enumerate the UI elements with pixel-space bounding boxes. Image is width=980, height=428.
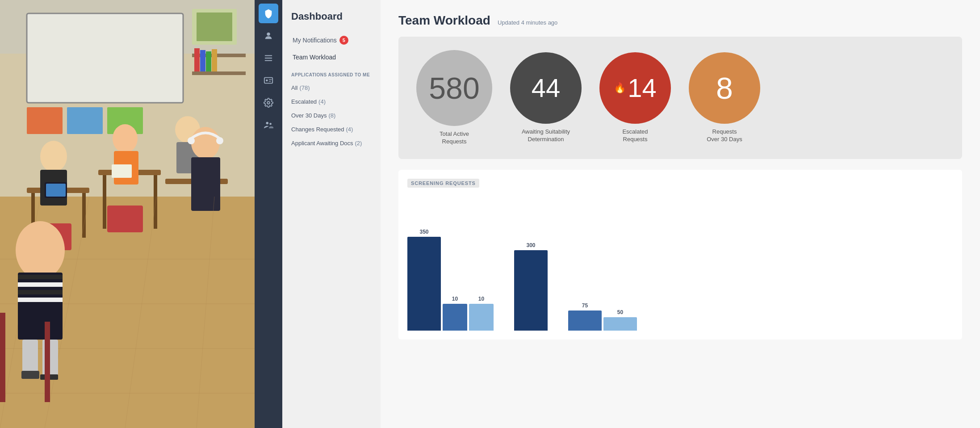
stat-over30: 8 RequestsOver 30 Days	[689, 52, 760, 143]
svg-point-68	[266, 122, 269, 125]
nav-link-over30-count: (8)	[328, 112, 335, 119]
svg-rect-14	[200, 50, 205, 71]
bar-50	[603, 317, 637, 331]
stat-awaiting-number: 44	[532, 75, 561, 101]
svg-rect-58	[45, 322, 50, 402]
stat-total-number: 580	[429, 73, 479, 103]
nav-link-over30-label: Over 30 Days	[291, 112, 327, 119]
svg-rect-21	[103, 175, 106, 229]
svg-rect-55	[21, 371, 39, 379]
bar-350	[407, 237, 441, 331]
bar-10b	[469, 304, 494, 331]
shield-sidebar-icon[interactable]	[259, 4, 278, 23]
stat-awaiting: 44 Awaiting SuitabilityDetermination	[510, 52, 582, 143]
nav-link-awaiting-docs-count: (2)	[355, 140, 362, 147]
svg-rect-12	[192, 71, 246, 75]
notifications-badge: 5	[339, 36, 348, 45]
bar-label-50: 50	[617, 309, 623, 315]
updated-text: Updated 4 minutes ago	[498, 19, 557, 26]
stat-escalated-number: 14	[628, 75, 657, 101]
svg-rect-49	[18, 275, 63, 279]
svg-point-59	[267, 33, 270, 36]
nav-link-changes[interactable]: Changes Requested (4)	[282, 122, 381, 136]
nav-link-changes-count: (4)	[346, 126, 353, 133]
bar-label-10a: 10	[452, 296, 458, 302]
svg-rect-38	[112, 164, 132, 178]
svg-rect-8	[27, 107, 63, 134]
nav-link-escalated[interactable]: Escalated (4)	[282, 95, 381, 109]
svg-rect-37	[46, 184, 66, 197]
nav-panel: Dashboard My Notifications 5 Team Worklo…	[282, 0, 381, 428]
svg-rect-52	[18, 298, 63, 302]
list-sidebar-icon[interactable]	[259, 48, 278, 68]
chart-section: SCREENING REQUESTS 350 10 10	[398, 170, 962, 340]
stat-over30-label: RequestsOver 30 Days	[707, 128, 742, 143]
svg-rect-61	[265, 58, 272, 59]
svg-rect-15	[206, 51, 211, 71]
content-area: Team Workload Updated 4 minutes ago 580 …	[381, 0, 980, 428]
stat-over30-number: 8	[716, 73, 733, 103]
svg-rect-13	[194, 48, 200, 71]
nav-section-title: APPLICATIONS ASSIGNED TO ME	[282, 65, 381, 81]
bar-75	[568, 311, 602, 331]
svg-rect-57	[0, 313, 5, 402]
svg-rect-51	[18, 290, 63, 294]
chart-section-title: SCREENING REQUESTS	[407, 179, 479, 188]
svg-point-34	[188, 137, 195, 144]
nav-link-escalated-label: Escalated	[291, 98, 317, 105]
svg-point-26	[40, 141, 67, 172]
svg-rect-63	[264, 78, 272, 84]
svg-rect-50	[18, 282, 63, 287]
page-header: Team Workload Updated 4 minutes ago	[398, 13, 962, 28]
bar-label-10b: 10	[478, 296, 484, 302]
nav-link-changes-label: Changes Requested	[291, 126, 344, 133]
sidebar	[255, 0, 282, 428]
fire-icon: 🔥	[614, 82, 626, 94]
stat-total-active: 580 Total ActiveRequests	[416, 50, 492, 146]
nav-link-escalated-count: (4)	[318, 98, 326, 105]
person-sidebar-icon[interactable]	[259, 26, 278, 46]
bar-label-350: 350	[419, 229, 428, 235]
id-sidebar-icon[interactable]	[259, 71, 278, 90]
nav-item-notifications-label: My Notifications	[293, 37, 337, 44]
bar-300	[514, 250, 548, 331]
bar-label-300: 300	[526, 242, 535, 248]
svg-rect-4	[27, 13, 183, 103]
nav-item-team-workload-label: Team Workload	[293, 54, 336, 61]
svg-rect-9	[67, 107, 103, 134]
svg-rect-25	[107, 206, 143, 232]
stat-escalated: 🔥 14 EscalatedRequests	[599, 52, 671, 143]
page-title: Team Workload	[398, 13, 490, 28]
svg-rect-53	[22, 340, 38, 375]
bar-10a	[443, 304, 467, 331]
user-group-sidebar-icon[interactable]	[259, 115, 278, 135]
classroom-photo	[0, 0, 255, 428]
gear-sidebar-icon[interactable]	[259, 93, 278, 113]
svg-point-69	[269, 123, 272, 125]
nav-link-all[interactable]: All (78)	[282, 81, 381, 95]
nav-link-awaiting-docs[interactable]: Applicant Awaiting Docs (2)	[282, 136, 381, 150]
nav-item-team-workload[interactable]: Team Workload	[282, 49, 381, 65]
nav-link-all-label: All	[291, 84, 297, 91]
bar-label-75: 75	[582, 302, 588, 309]
nav-link-awaiting-docs-label: Applicant Awaiting Docs	[291, 140, 353, 147]
svg-point-64	[266, 80, 268, 82]
nav-link-over30[interactable]: Over 30 Days (8)	[282, 109, 381, 122]
svg-rect-16	[212, 49, 217, 71]
stat-awaiting-label: Awaiting SuitabilityDetermination	[522, 128, 570, 143]
nav-item-notifications[interactable]: My Notifications 5	[282, 31, 381, 49]
svg-point-47	[16, 221, 65, 279]
svg-point-28	[113, 124, 138, 153]
svg-rect-60	[265, 55, 272, 56]
stat-escalated-label: EscalatedRequests	[622, 128, 648, 143]
svg-point-35	[216, 137, 223, 144]
svg-rect-62	[265, 60, 272, 61]
stats-container: 580 Total ActiveRequests 44 Awaiting Sui…	[398, 37, 962, 159]
nav-title: Dashboard	[282, 11, 381, 31]
svg-rect-33	[191, 157, 220, 211]
nav-link-all-count: (78)	[299, 84, 310, 91]
stat-total-label: Total ActiveRequests	[440, 130, 469, 146]
svg-rect-7	[197, 13, 232, 41]
svg-point-67	[267, 101, 270, 104]
